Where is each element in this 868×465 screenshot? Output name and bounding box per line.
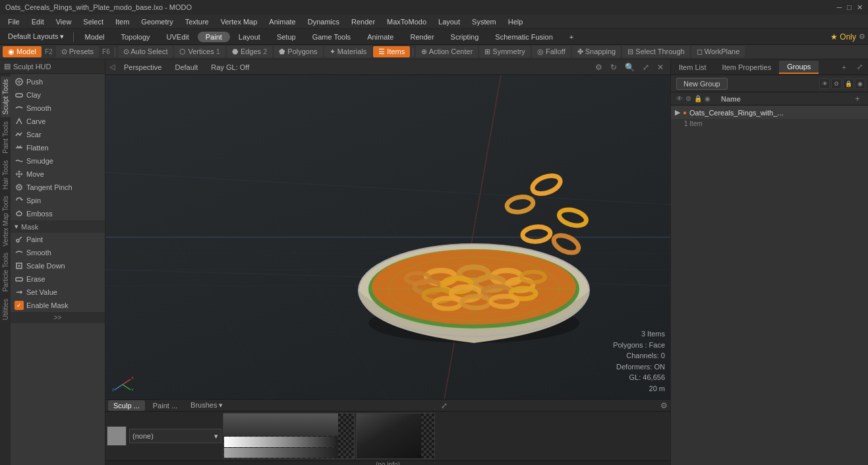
tool-enable-mask[interactable]: ✓ Enable Mask: [11, 299, 105, 312]
tool-smooth[interactable]: Smooth: [11, 102, 105, 115]
tool-erase[interactable]: Erase: [11, 272, 105, 286]
tool-clay[interactable]: Clay: [11, 88, 105, 102]
tool-tangent-pinch[interactable]: Tangent Pinch: [11, 181, 105, 194]
edges-btn[interactable]: ⬣ Edges 2: [227, 46, 272, 57]
tool-tab-paint[interactable]: Paint Tools: [1, 119, 11, 156]
menu-dynamics[interactable]: Dynamics: [303, 16, 345, 27]
tool-tab-particle[interactable]: Particle Tools: [1, 250, 11, 294]
symmetry-btn[interactable]: ⊞ Symmetry: [479, 46, 531, 57]
menu-animate[interactable]: Animate: [264, 16, 301, 27]
rp-tab-add-btn[interactable]: +: [837, 61, 852, 73]
layout-tab-schematic[interactable]: Schematic Fusion: [487, 32, 560, 42]
tool-emboss[interactable]: Emboss: [11, 207, 105, 220]
menu-maxtomodo[interactable]: MaxToModo: [382, 16, 432, 27]
layout-tab-setup[interactable]: Setup: [269, 32, 304, 42]
tool-flatten[interactable]: Flatten: [11, 141, 105, 154]
falloff-btn[interactable]: ◎ Falloff: [532, 46, 571, 57]
brush-dropdown[interactable]: (none) ▾: [129, 429, 221, 443]
menu-help[interactable]: Help: [503, 16, 529, 27]
tool-spin[interactable]: Spin: [11, 194, 105, 207]
rp-tab-item-list[interactable]: Item List: [671, 61, 714, 73]
bottom-tab-sculp[interactable]: Sculp ...: [108, 400, 145, 411]
viewport-expand-icon[interactable]: ⤢: [640, 61, 652, 73]
tool-tab-vertex-map[interactable]: Vertex Map Tools: [1, 193, 11, 249]
layout-add-btn[interactable]: +: [562, 32, 581, 42]
layout-settings-btn[interactable]: ⚙: [859, 32, 865, 41]
layout-tab-render[interactable]: Render: [402, 32, 442, 42]
snapping-btn[interactable]: ✤ Snapping: [572, 46, 622, 57]
presets-btn[interactable]: ⊙ Presets: [56, 46, 99, 57]
bottom-tab-brushes[interactable]: Brushes ▾: [185, 400, 228, 411]
menu-select[interactable]: Select: [78, 16, 109, 27]
enable-mask-checkbox[interactable]: ✓: [14, 301, 24, 310]
menu-system[interactable]: System: [467, 16, 502, 27]
menu-texture[interactable]: Texture: [180, 16, 214, 27]
group-row-oats[interactable]: ▶ ● Oats_Cereals_Rings_with_...: [671, 106, 868, 120]
viewport-rotate-icon[interactable]: ↻: [608, 61, 620, 73]
viewport-canvas[interactable]: X Y Z 3 Items Polygons : Face Channels: …: [105, 75, 670, 399]
rp-add-item-btn[interactable]: +: [852, 94, 863, 104]
tool-tab-sculpt[interactable]: Sculpt Tools: [1, 77, 11, 117]
tool-move[interactable]: Move: [11, 168, 105, 181]
close-btn[interactable]: ✕: [857, 3, 863, 12]
viewport-settings-icon[interactable]: ⚙: [593, 61, 605, 73]
layout-tab-topology[interactable]: Topology: [113, 32, 158, 42]
tool-carve[interactable]: Carve: [11, 115, 105, 128]
layout-tab-paint[interactable]: Paint: [198, 32, 230, 42]
vertices-btn[interactable]: ⬡ Vertices 1: [174, 46, 225, 57]
rp-col-btn-2[interactable]: ⚙: [831, 78, 842, 89]
layout-tab-model[interactable]: Model: [77, 32, 113, 42]
viewport-close-icon[interactable]: ✕: [654, 61, 666, 73]
tool-tab-utilities[interactable]: Utilities: [1, 296, 11, 323]
tool-smudge[interactable]: Smudge: [11, 154, 105, 168]
default-layouts-dropdown[interactable]: Default Layouts ▾: [3, 31, 70, 42]
mask-scale-down[interactable]: Scale Down: [11, 259, 105, 272]
menu-geometry[interactable]: Geometry: [136, 16, 178, 27]
mask-smooth[interactable]: Smooth: [11, 246, 105, 259]
rp-tab-groups[interactable]: Groups: [779, 61, 819, 74]
menu-render[interactable]: Render: [346, 16, 380, 27]
tool-push[interactable]: Push: [11, 75, 105, 88]
layout-tab-layout[interactable]: Layout: [231, 32, 268, 42]
viewport-nav-back[interactable]: ◁: [109, 63, 115, 71]
mode-model-btn[interactable]: ◉ Model: [3, 46, 42, 57]
minimize-btn[interactable]: ─: [837, 3, 842, 12]
star-only-btn[interactable]: ★ Only: [830, 32, 856, 42]
menu-edit[interactable]: Edit: [26, 16, 49, 27]
tool-set-value[interactable]: Set Value: [11, 286, 105, 299]
rp-tab-item-properties[interactable]: Item Properties: [714, 61, 780, 73]
maximize-btn[interactable]: □: [847, 3, 852, 12]
layout-tab-game-tools[interactable]: Game Tools: [304, 32, 359, 42]
materials-btn[interactable]: ✦ Materials: [324, 46, 372, 57]
rp-col-btn-4[interactable]: ◉: [855, 78, 865, 89]
layout-tab-uvedit[interactable]: UVEdit: [159, 32, 197, 42]
window-controls[interactable]: ─ □ ✕: [837, 3, 863, 12]
tool-scar[interactable]: Scar: [11, 128, 105, 141]
bottom-tab-paint[interactable]: Paint ...: [148, 400, 183, 411]
menu-view[interactable]: View: [51, 16, 77, 27]
items-btn[interactable]: ☰ Items: [373, 46, 410, 57]
rp-tab-expand-btn[interactable]: ⤢: [852, 61, 868, 73]
action-center-btn[interactable]: ⊕ Action Center: [416, 46, 478, 57]
menu-layout[interactable]: Layout: [433, 16, 465, 27]
workplane-btn[interactable]: ◻ WorkPlane: [691, 46, 745, 57]
select-through-btn[interactable]: ⊟ Select Through: [622, 46, 689, 57]
mask-paint[interactable]: Paint: [11, 233, 105, 246]
expand-panel-btn[interactable]: >>: [11, 312, 105, 323]
rp-col-btn-1[interactable]: 👁: [819, 78, 830, 89]
brush-color-swatch[interactable]: [107, 426, 127, 446]
layout-tab-scripting[interactable]: Scripting: [443, 32, 487, 42]
expand-viewport-bottom[interactable]: ⤢: [441, 401, 448, 410]
perspective-dropdown[interactable]: Perspective: [120, 63, 165, 72]
menu-vertex-map[interactable]: Vertex Map: [216, 16, 263, 27]
layout-tab-animate[interactable]: Animate: [359, 32, 401, 42]
menu-item[interactable]: Item: [110, 16, 134, 27]
shading-dropdown[interactable]: Default: [171, 63, 202, 72]
settings-viewport-bottom[interactable]: ⚙: [660, 401, 668, 410]
viewport-search-icon[interactable]: 🔍: [622, 61, 637, 73]
auto-select-btn[interactable]: ⊙ Auto Select: [118, 46, 173, 57]
tool-tab-hair[interactable]: Hair Tools: [1, 158, 11, 192]
menu-file[interactable]: File: [3, 16, 25, 27]
polygons-btn[interactable]: ⬟ Polygons: [274, 46, 322, 57]
viewport[interactable]: ◁ Perspective Default Ray GL: Off ⚙ ↻ 🔍 …: [105, 59, 670, 465]
